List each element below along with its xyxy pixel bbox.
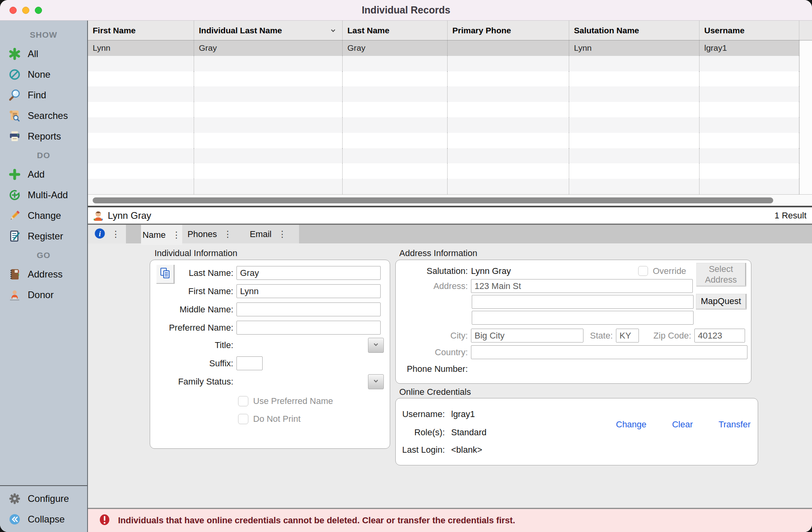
select-address-button[interactable]: Select Address [696, 263, 746, 286]
gear-icon [8, 492, 21, 505]
username-value: lgray1 [451, 409, 475, 419]
table-row-selected[interactable]: Lynn Gray Gray Lynn lgray1 [88, 40, 799, 56]
preferred-name-input[interactable] [236, 321, 381, 335]
tab-strip: i ⋮ Name ⋮ Phones ⋮ Email ⋮ [88, 225, 812, 243]
tab-options-icon[interactable]: ⋮ [111, 230, 120, 239]
info-tab-button[interactable]: i ⋮ [88, 225, 126, 243]
sidebar-item-find[interactable]: Find [0, 85, 87, 105]
zoom-button[interactable] [35, 7, 42, 14]
zip-code-input[interactable] [694, 329, 745, 343]
column-header-first-name[interactable]: First Name [88, 21, 194, 40]
printer-icon [8, 130, 21, 143]
sidebar: SHOW All None Find Searches Reports DO A… [0, 21, 88, 532]
column-header-last-name[interactable]: Last Name [343, 21, 448, 40]
sidebar-item-donor[interactable]: Donor [0, 285, 87, 305]
override-checkbox[interactable] [638, 266, 648, 276]
table-row-empty [88, 179, 799, 194]
sidebar-item-multi-add[interactable]: Multi-Add [0, 185, 87, 205]
tab-options-icon[interactable]: ⋮ [172, 231, 181, 239]
sidebar-item-label: Donor [28, 289, 53, 300]
sidebar-item-add[interactable]: Add [0, 164, 87, 185]
error-icon [98, 513, 111, 528]
horizontal-scrollbar-track[interactable] [88, 194, 812, 206]
column-header-salutation-name[interactable]: Salutation Name [569, 21, 700, 40]
sidebar-section-do: DO [0, 147, 87, 164]
tab-phones[interactable]: Phones ⋮ [182, 225, 237, 243]
address-line2-input[interactable] [472, 295, 694, 309]
do-not-print-checkbox-label: Do Not Print [253, 414, 301, 424]
horizontal-scrollbar-thumb[interactable] [93, 197, 773, 203]
sidebar-item-configure[interactable]: Configure [0, 488, 87, 509]
sidebar-item-label: Configure [28, 493, 69, 504]
state-input[interactable] [616, 329, 639, 343]
middle-name-input[interactable] [236, 302, 381, 316]
record-bar: Lynn Gray 1 Result [88, 207, 812, 225]
sidebar-item-collapse[interactable]: Collapse [0, 509, 87, 530]
minimize-button[interactable] [22, 7, 29, 14]
section-title-individual-information: Individual Information [154, 248, 237, 258]
username-label: Username: [396, 409, 448, 419]
sidebar-item-label: Find [28, 90, 46, 101]
use-preferred-name-checkbox[interactable] [238, 396, 248, 406]
sidebar-item-label: Change [28, 210, 61, 221]
plus-icon [8, 168, 21, 181]
column-header-individual-last-name[interactable]: Individual Last Name [194, 21, 343, 40]
last-name-label: Last Name: [150, 268, 236, 278]
sidebar-item-label: Address [28, 269, 63, 280]
sidebar-item-label: All [28, 48, 38, 59]
salutation-value: Lynn Gray [471, 266, 511, 276]
tab-options-icon[interactable]: ⋮ [278, 230, 287, 239]
address-book-icon [8, 268, 21, 281]
tab-name[interactable]: Name ⋮ [141, 225, 182, 245]
sidebar-item-all[interactable]: All [0, 44, 87, 64]
do-not-print-checkbox[interactable] [238, 414, 248, 424]
vertical-scrollbar-track[interactable] [799, 40, 812, 194]
use-preferred-name-checkbox-label: Use Preferred Name [253, 396, 333, 406]
transfer-credentials-link[interactable]: Transfer [719, 419, 751, 430]
country-input[interactable] [471, 345, 747, 359]
sidebar-item-label: Collapse [28, 514, 65, 525]
tab-options-icon[interactable]: ⋮ [223, 230, 232, 239]
middle-name-label: Middle Name: [150, 304, 236, 315]
first-name-label: First Name: [150, 286, 236, 297]
address-information-panel: Salutation: Lynn Gray Override Select Ad… [395, 260, 751, 384]
sidebar-item-reports[interactable]: Reports [0, 126, 87, 147]
override-checkbox-label: Override [653, 266, 686, 276]
preferred-name-label: Preferred Name: [150, 323, 236, 333]
close-button[interactable] [10, 7, 17, 14]
sidebar-item-none[interactable]: None [0, 64, 87, 85]
document-pen-icon [8, 230, 21, 243]
first-name-input[interactable] [236, 284, 381, 298]
sidebar-item-address[interactable]: Address [0, 264, 87, 285]
sidebar-item-change[interactable]: Change [0, 205, 87, 226]
title-dropdown-button[interactable] [368, 338, 384, 353]
table-row-empty [88, 163, 799, 179]
tab-email[interactable]: Email ⋮ [237, 225, 299, 243]
address-line3-input[interactable] [472, 311, 694, 325]
svg-text:i: i [99, 230, 101, 238]
titlebar: Individual Records [0, 0, 812, 21]
country-label: Country: [396, 347, 471, 358]
sidebar-footer: Configure Collapse [0, 485, 87, 530]
person-avatar-icon [92, 209, 105, 222]
column-header-primary-phone[interactable]: Primary Phone [448, 21, 569, 40]
mapquest-button[interactable]: MapQuest [696, 294, 747, 309]
section-title-address-information: Address Information [399, 248, 477, 258]
suffix-input[interactable] [236, 356, 263, 370]
column-header-username[interactable]: Username [700, 21, 799, 40]
city-input[interactable] [471, 329, 583, 343]
family-status-dropdown-button[interactable] [368, 374, 384, 389]
last-name-input[interactable] [236, 266, 381, 280]
asterisk-icon [8, 47, 21, 61]
change-credentials-link[interactable]: Change [616, 419, 646, 430]
table-row-empty [88, 148, 799, 164]
sidebar-item-searches[interactable]: Searches [0, 105, 87, 126]
clear-credentials-link[interactable]: Clear [672, 419, 693, 430]
suffix-label: Suffix: [150, 358, 236, 369]
roles-value: Standard [451, 427, 486, 438]
title-label: Title: [150, 340, 236, 350]
sidebar-item-register[interactable]: Register [0, 226, 87, 247]
form-content: Individual Information Last Name: First … [88, 243, 812, 508]
address-line1-input[interactable] [471, 279, 693, 293]
main-area: First Name Individual Last Name Last Nam… [88, 21, 812, 532]
